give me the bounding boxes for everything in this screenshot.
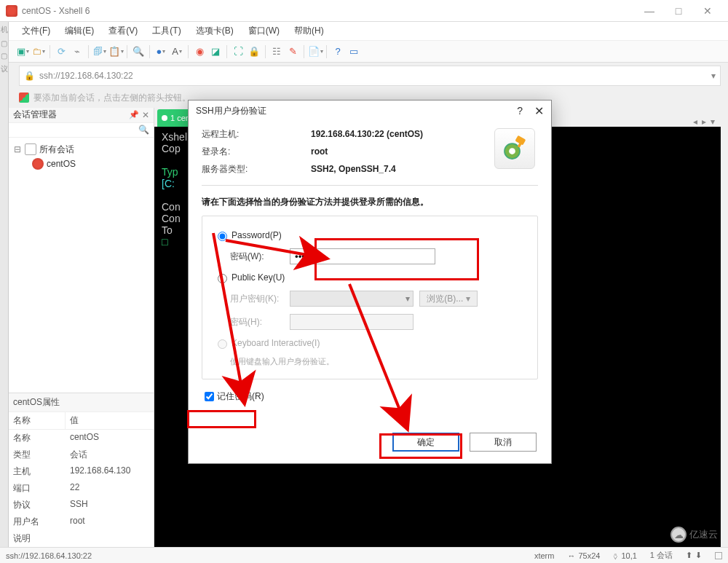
- ok-button[interactable]: 确定: [392, 433, 459, 452]
- script-icon[interactable]: 📄: [309, 45, 322, 58]
- title-bar: centOS - Xshell 6 — □ ✕: [0, 0, 728, 22]
- dialog-help-icon[interactable]: ?: [517, 105, 523, 117]
- minimize-button[interactable]: —: [635, 5, 664, 17]
- disconnect-icon[interactable]: ⌁: [71, 45, 84, 58]
- tree-root[interactable]: ⊟ 所有会话: [13, 142, 149, 157]
- status-url: ssh://192.168.64.130:22: [6, 551, 92, 560]
- paste-icon[interactable]: 📋: [109, 45, 122, 58]
- highlight-icon[interactable]: ✎: [286, 45, 299, 58]
- panel-close-icon[interactable]: ✕: [142, 110, 149, 120]
- prop-key: 端口: [9, 480, 66, 497]
- session-tree: ⊟ 所有会话 centOS: [9, 138, 154, 393]
- session-icon: [32, 158, 44, 170]
- option-password[interactable]: Password(P): [214, 229, 526, 241]
- find-icon[interactable]: 🔍: [132, 45, 145, 58]
- dialog-close-icon[interactable]: ✕: [534, 104, 544, 118]
- tree-item-label: centOS: [47, 159, 76, 169]
- login-value: root: [311, 146, 328, 157]
- hint-text: 要添加当前会话，点击左侧的箭头按钮。: [33, 92, 191, 104]
- property-row: 协议SSH: [9, 497, 154, 513]
- address-dropdown-icon[interactable]: ▾: [711, 71, 716, 81]
- session-search[interactable]: 🔍: [9, 123, 154, 138]
- watermark-text: 亿速云: [689, 528, 718, 541]
- bookmark-flag-icon[interactable]: [19, 92, 29, 103]
- radio-keyboard-label: Keyboard Interactive(I): [232, 338, 320, 348]
- xshell-icon[interactable]: ◉: [193, 45, 206, 58]
- option-publickey[interactable]: Public Key(U): [214, 272, 526, 283]
- pin-icon[interactable]: 📌: [129, 110, 139, 119]
- radio-password[interactable]: [218, 232, 227, 241]
- prop-val: SSH: [66, 497, 92, 513]
- fullscreen-icon[interactable]: ⛶: [232, 45, 245, 58]
- cancel-button[interactable]: 取消: [470, 433, 537, 452]
- maximize-button[interactable]: □: [664, 5, 693, 17]
- remember-password-row[interactable]: 记住密码(R): [202, 390, 538, 403]
- toolbar: ▣ 🗀 ⟳ ⌁ 🗐 📋 🔍 ● A ◉ ◪ ⛶ 🔒 ☷ ✎ 📄 ? ▭: [0, 41, 728, 63]
- prop-key: 用户名: [9, 513, 66, 530]
- layout-icon[interactable]: ☷: [270, 45, 283, 58]
- chevron-down-icon: ▾: [405, 294, 410, 304]
- tree-root-label: 所有会话: [39, 143, 74, 156]
- reconnect-icon[interactable]: ⟳: [55, 45, 68, 58]
- menu-view[interactable]: 查看(V): [103, 23, 143, 39]
- option-keyboard[interactable]: Keyboard Interactive(I): [214, 337, 526, 349]
- tree-twisty-icon[interactable]: ⊟: [13, 144, 22, 154]
- instruction-text: 请在下面选择恰当的身份验证方法并提供登录所需的信息。: [202, 196, 538, 208]
- prop-val: 22: [66, 480, 84, 497]
- menu-help[interactable]: 帮助(H): [288, 23, 330, 39]
- password-input[interactable]: [290, 248, 435, 264]
- prop-val: root: [66, 513, 90, 530]
- copy-icon[interactable]: 🗐: [93, 45, 106, 58]
- tabstrip-right-icon[interactable]: ▸: [702, 117, 706, 127]
- font-icon[interactable]: A: [170, 45, 183, 58]
- keyboard-hint: 使用键盘输入用户身份验证。: [214, 356, 526, 367]
- help-icon[interactable]: ?: [331, 45, 344, 58]
- prop-val: 会话: [66, 446, 92, 463]
- menu-tabs[interactable]: 选项卡(B): [190, 23, 240, 39]
- address-bar[interactable]: 🔒 ssh://192.168.64.130:22 ▾: [19, 66, 721, 86]
- radio-publickey-label: Public Key(U): [232, 272, 285, 283]
- xftp-icon[interactable]: ◪: [209, 45, 222, 58]
- host-label: 远程主机:: [202, 128, 311, 141]
- status-bar: ssh://192.168.64.130:22 xterm ↔75x24 ⎀10…: [0, 547, 728, 563]
- watermark: ☁ 亿速云: [670, 527, 718, 543]
- browse-button: 浏览(B)... ▾: [419, 291, 478, 307]
- userkey-combo: ▾: [290, 291, 414, 307]
- lock-icon: 🔒: [24, 71, 35, 81]
- property-row: 主机192.168.64.130: [9, 463, 154, 480]
- prop-key: 主机: [9, 463, 66, 480]
- ssh-auth-dialog: SSH用户身份验证 ? ✕ 远程主机:192.168.64.130:22 (ce…: [188, 100, 552, 464]
- password-label: 密码(W):: [214, 251, 290, 263]
- tabstrip-menu-icon[interactable]: ▾: [711, 117, 715, 127]
- property-row: 类型会话: [9, 446, 154, 463]
- close-button[interactable]: ✕: [693, 5, 722, 17]
- properties-title: centOS属性: [9, 393, 154, 412]
- remember-checkbox[interactable]: [205, 392, 214, 401]
- svg-point-1: [509, 148, 515, 154]
- prop-val: centOS: [66, 430, 103, 446]
- prop-key: 名称: [9, 430, 66, 446]
- menu-tools[interactable]: 工具(T): [146, 23, 186, 39]
- servertype-value: SSH2, OpenSSH_7.4: [311, 164, 396, 174]
- auth-options-group: Password(P) 密码(W): Public Key(U) 用户密钥(K)…: [202, 216, 538, 379]
- open-icon[interactable]: 🗀: [32, 45, 45, 58]
- new-session-icon[interactable]: ▣: [16, 45, 29, 58]
- menu-window[interactable]: 窗口(W): [242, 23, 285, 39]
- tabstrip-left-icon[interactable]: ◂: [693, 117, 697, 127]
- prop-val: 192.168.64.130: [66, 463, 135, 480]
- lock-icon[interactable]: 🔒: [248, 45, 261, 58]
- menu-edit[interactable]: 编辑(E): [59, 23, 100, 39]
- color-icon[interactable]: ●: [154, 45, 167, 58]
- auth-key-icon: [494, 128, 535, 169]
- radio-password-label: Password(P): [232, 230, 282, 240]
- radio-publickey[interactable]: [218, 274, 227, 283]
- property-row: 说明: [9, 530, 154, 547]
- watermark-icon: ☁: [670, 527, 687, 543]
- cursor-icon: ⎀: [613, 551, 618, 560]
- tree-item-centos[interactable]: centOS: [13, 157, 149, 171]
- status-sessions: 1 会话: [650, 550, 673, 561]
- menu-file[interactable]: 文件(F): [16, 23, 56, 39]
- info-icon[interactable]: ▭: [347, 45, 360, 58]
- download-icon: ⬇: [695, 551, 702, 560]
- size-icon: ↔: [567, 551, 575, 560]
